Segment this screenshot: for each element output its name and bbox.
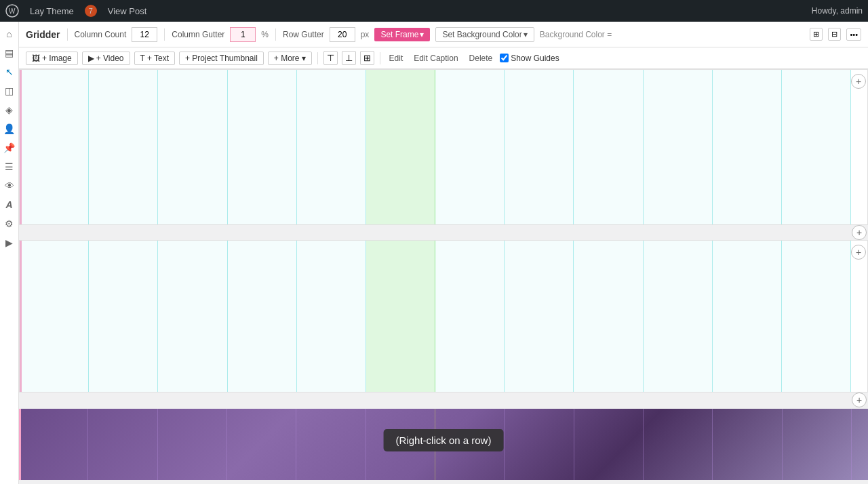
- img-column-guide-6: [366, 409, 435, 480]
- sidebar-list-icon[interactable]: ☰: [1, 159, 18, 175]
- column-guide-10: [644, 241, 713, 392]
- img-column-guide-11: [713, 409, 782, 480]
- img-column-guide-12: [783, 409, 852, 480]
- align-icon-1[interactable]: ⊤: [323, 51, 338, 65]
- set-frame-arrow-icon: ▾: [420, 30, 424, 39]
- img-column-guide-2: [88, 409, 157, 480]
- action-bar: 🖼 + Image ▶ + Video T + Text + Project T…: [19, 47, 868, 69]
- column-guide-6: [366, 70, 435, 224]
- row-gutter-unit: px: [361, 30, 370, 39]
- set-frame-label: Set Frame: [380, 30, 418, 39]
- column-guide-2: [89, 241, 158, 392]
- add-more-arrow-icon: ▾: [302, 54, 306, 63]
- show-guides-checkbox[interactable]: [500, 54, 509, 62]
- set-background-color-button[interactable]: Set Background Color ▾: [435, 27, 534, 42]
- sidebar-text-tool-icon[interactable]: A: [1, 197, 18, 213]
- align-icon-2[interactable]: ⊥: [342, 51, 356, 65]
- columns-overlay-row2: [20, 241, 851, 392]
- edit-caption-button[interactable]: Edit Caption: [410, 52, 461, 64]
- sidebar-cursor-icon[interactable]: ↖: [1, 64, 18, 80]
- column-guide-12: [782, 241, 851, 392]
- img-column-guide-7: [435, 409, 505, 480]
- column-guide-6: [366, 241, 435, 392]
- layout-icon-1[interactable]: ⊞: [810, 28, 823, 41]
- img-column-guide-4: [227, 409, 296, 480]
- add-row-between-2-3-button[interactable]: +: [852, 392, 867, 407]
- image-columns-overlay: [19, 409, 852, 480]
- show-guides-checkbox-label[interactable]: Show Guides: [500, 54, 559, 63]
- add-row-below-button[interactable]: +: [851, 245, 866, 260]
- img-column-guide-8: [505, 409, 574, 480]
- add-video-label: + Video: [96, 54, 124, 63]
- canvas-area: + + + + (Right-click on a row): [19, 69, 868, 484]
- num-badge[interactable]: 7: [85, 5, 97, 17]
- column-guide-9: [574, 70, 643, 224]
- img-column-guide-10: [644, 409, 713, 480]
- add-more-label: + More: [274, 54, 300, 63]
- column-count-input[interactable]: [132, 27, 157, 42]
- more-options-icon[interactable]: •••: [846, 28, 861, 41]
- add-text-label: + Text: [147, 54, 169, 63]
- column-guide-12: [782, 70, 851, 224]
- add-more-button[interactable]: + More ▾: [268, 52, 312, 65]
- admin-bar: W Lay Theme 7 View Post Howdy, admin: [0, 0, 868, 22]
- columns-overlay-row1: [20, 70, 851, 224]
- grid-row-1[interactable]: +: [19, 69, 868, 225]
- add-video-button[interactable]: ▶ + Video: [82, 52, 130, 65]
- wp-logo-icon[interactable]: W: [5, 4, 19, 18]
- img-column-guide-9: [574, 409, 644, 480]
- set-bg-color-arrow-icon: ▾: [524, 30, 528, 39]
- set-frame-button[interactable]: Set Frame ▾: [374, 28, 430, 41]
- sidebar-pin-icon[interactable]: 📌: [1, 140, 18, 156]
- row-gutter-input[interactable]: [330, 27, 355, 42]
- image-row[interactable]: [19, 409, 868, 480]
- column-gutter-unit: %: [261, 30, 269, 39]
- add-image-icon: 🖼: [32, 54, 40, 63]
- column-guide-5: [297, 70, 366, 224]
- column-guide-1: [20, 70, 89, 224]
- column-guide-7: [435, 70, 505, 224]
- sidebar-pages-icon[interactable]: ▤: [1, 45, 18, 61]
- add-row-above-button[interactable]: +: [851, 74, 866, 89]
- add-image-button[interactable]: 🖼 + Image: [26, 52, 78, 65]
- layout-icon-2[interactable]: ⊟: [828, 28, 841, 41]
- view-post-link[interactable]: View Post: [108, 6, 147, 16]
- add-text-button[interactable]: T + Text: [134, 52, 175, 65]
- edit-button[interactable]: Edit: [386, 52, 407, 64]
- site-name[interactable]: Lay Theme: [30, 6, 74, 16]
- column-guide-9: [574, 241, 643, 392]
- add-row-between-1-2-button[interactable]: +: [852, 225, 867, 240]
- column-guide-7: [435, 241, 505, 392]
- column-count-label: Column Count: [75, 30, 127, 39]
- sidebar-play-icon[interactable]: ▶: [1, 235, 18, 251]
- add-project-thumbnail-label: + Project Thumbnail: [185, 54, 258, 63]
- column-guide-10: [644, 70, 713, 224]
- column-guide-2: [89, 70, 158, 224]
- page-title: Gridder: [26, 29, 60, 40]
- show-guides-label: Show Guides: [511, 54, 559, 63]
- howdy-text: Howdy, admin: [812, 6, 863, 16]
- sidebar-layers-icon[interactable]: ◫: [1, 83, 18, 99]
- add-project-thumbnail-button[interactable]: + Project Thumbnail: [179, 52, 264, 65]
- column-guide-4: [228, 70, 297, 224]
- delete-button[interactable]: Delete: [466, 52, 496, 64]
- set-bg-color-label: Set Background Color: [442, 30, 521, 39]
- top-bar: Gridder Column Count Column Gutter % Row…: [19, 22, 868, 47]
- sidebar-home-icon[interactable]: ⌂: [1, 26, 18, 42]
- column-gutter-input[interactable]: [230, 27, 256, 42]
- sidebar-eye-icon[interactable]: 👁: [1, 178, 18, 194]
- column-guide-1: [20, 241, 89, 392]
- row-gutter-label: Row Gutter: [283, 30, 324, 39]
- sidebar-user-icon[interactable]: 👤: [1, 121, 18, 137]
- bg-color-note: Background Color =: [540, 30, 612, 39]
- add-video-icon: ▶: [88, 54, 94, 63]
- align-icon-3[interactable]: ⊞: [360, 51, 374, 65]
- column-guide-8: [505, 70, 574, 224]
- column-guide-8: [505, 241, 574, 392]
- sidebar-settings-icon[interactable]: ⚙: [1, 216, 18, 232]
- column-guide-4: [228, 241, 297, 392]
- grid-row-2[interactable]: +: [19, 240, 868, 392]
- column-guide-11: [713, 70, 782, 224]
- sidebar-shapes-icon[interactable]: ◈: [1, 102, 18, 118]
- column-guide-11: [713, 241, 782, 392]
